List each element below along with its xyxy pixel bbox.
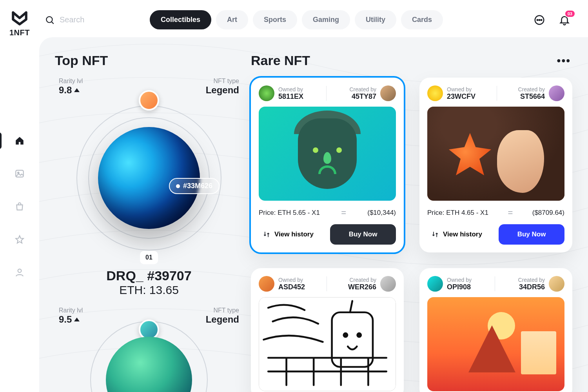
nft-index: 01 (140, 251, 158, 264)
nft-tag: #33M626 (169, 178, 220, 194)
tab-sports[interactable]: Sports (253, 10, 297, 29)
svg-point-2 (18, 269, 22, 272)
creator-id: 34DR56 (519, 283, 545, 291)
created-by-label: Created by (518, 277, 545, 283)
logo[interactable]: 1NFT (9, 10, 30, 37)
search-box[interactable] (45, 15, 143, 25)
created-by-label: Created by (350, 277, 376, 283)
type-value: Legend (206, 85, 239, 96)
notification-badge: 03 (564, 10, 575, 18)
creator-avatar[interactable] (380, 85, 396, 101)
view-history-button[interactable]: View history (259, 224, 325, 245)
search-input[interactable] (60, 15, 122, 24)
buy-now-button[interactable]: Buy Now (499, 224, 564, 245)
creator-id: ST5664 (520, 93, 545, 101)
user-icon (15, 267, 25, 278)
swap-icon (431, 230, 439, 238)
rare-nft-heading: Rare NFT (251, 53, 572, 68)
caret-up-icon (74, 318, 80, 321)
created-by-label: Created by (518, 86, 545, 93)
owner-id: OPI908 (447, 283, 472, 291)
messages-button[interactable] (532, 12, 547, 28)
logo-icon (11, 10, 28, 27)
home-icon (15, 136, 25, 146)
rare-nft-section: Rare NFT Owned by 5811EX (251, 53, 572, 392)
nft-artwork (427, 107, 564, 201)
swap-icon (263, 230, 270, 238)
owner-id: ASD452 (278, 283, 305, 291)
top-actions: 03 (532, 12, 572, 28)
svg-point-9 (344, 333, 347, 337)
type-label: NFT type (206, 307, 239, 314)
creator-id: WER266 (348, 283, 376, 291)
creator-avatar[interactable] (549, 85, 564, 101)
svg-point-5 (537, 19, 538, 20)
rarity-label: Rarity lvl (59, 307, 83, 314)
rare-card-4[interactable]: Owned by OPI908 Created by 34DR56 (419, 268, 572, 392)
owned-by-label: Owned by (447, 277, 472, 283)
tab-cards[interactable]: Cards (401, 10, 443, 29)
nav-gallery[interactable] (13, 167, 26, 180)
top-nft-card-2[interactable]: Rarity lvl 9.5 NFT type Legend (55, 307, 243, 392)
svg-point-7 (541, 19, 542, 20)
nft-price: ETH: 13.65 (55, 283, 243, 297)
nav-star[interactable] (13, 233, 26, 246)
nav-bag[interactable] (13, 200, 26, 213)
notifications-button[interactable]: 03 (557, 12, 572, 28)
svg-point-3 (46, 16, 52, 22)
owner-avatar[interactable] (259, 85, 274, 101)
price-eth: ETH 4.65 - X1 (446, 209, 488, 216)
star-icon (15, 234, 25, 245)
nav-profile[interactable] (13, 266, 26, 279)
top-nft-section: Top NFT Rarity lvl 9.8 NFT type Legend (55, 53, 243, 392)
creator-id: 45TY87 (352, 93, 376, 101)
tab-art[interactable]: Art (216, 10, 248, 29)
owner-avatar[interactable] (259, 276, 274, 292)
top-nft-heading: Top NFT (55, 53, 243, 68)
type-value: Legend (206, 314, 239, 325)
view-history-button[interactable]: View history (427, 224, 493, 245)
owned-by-label: Owned by (278, 277, 305, 283)
owner-avatar[interactable] (427, 276, 443, 292)
price-eth: ETH 5.65 - X1 (278, 209, 320, 216)
created-by-label: Created by (350, 86, 376, 93)
svg-point-10 (358, 333, 361, 337)
owned-by-label: Owned by (278, 86, 303, 93)
sidebar: 1NFT (0, 0, 39, 392)
tab-gaming[interactable]: Gaming (302, 10, 350, 29)
creator-avatar[interactable] (139, 90, 159, 111)
main: Collectibles Art Sports Gaming Utility C… (39, 0, 588, 392)
creator-avatar[interactable] (549, 276, 564, 292)
owner-avatar[interactable] (427, 85, 443, 101)
price-usd: ($10,344) (367, 209, 396, 217)
nft-artwork (427, 297, 564, 391)
price-usd: ($8709.64) (532, 209, 564, 217)
chat-icon (534, 14, 545, 26)
svg-point-6 (539, 19, 540, 20)
equals-icon: = (341, 208, 346, 218)
creator-avatar[interactable] (380, 276, 396, 292)
tab-collectibles[interactable]: Collectibles (150, 10, 211, 29)
price-label: Price: (427, 209, 444, 216)
tab-utility[interactable]: Utility (355, 10, 396, 29)
nft-artwork (259, 297, 396, 391)
rarity-value: 9.8 (59, 85, 72, 96)
sidebar-nav (13, 134, 26, 279)
nft-artwork (259, 107, 396, 201)
rare-card-1[interactable]: Owned by 5811EX Created by 45TY87 (251, 78, 404, 252)
nav-home[interactable] (13, 134, 26, 147)
nft-orbit-display: #33M626 01 (71, 100, 227, 256)
category-tabs: Collectibles Art Sports Gaming Utility C… (150, 10, 443, 29)
rarity-label: Rarity lvl (59, 78, 83, 85)
top-nft-card-1[interactable]: Rarity lvl 9.8 NFT type Legend #33M626 (55, 78, 243, 297)
rarity-value: 9.5 (59, 314, 72, 325)
content: ••• Top NFT Rarity lvl 9.8 NFT type Lege… (39, 37, 588, 392)
more-menu[interactable]: ••• (557, 54, 571, 67)
rare-card-2[interactable]: Owned by 23WCFV Created by ST5664 (419, 78, 572, 252)
buy-now-button[interactable]: Buy Now (330, 224, 396, 245)
owned-by-label: Owned by (447, 86, 475, 93)
image-icon (15, 169, 25, 179)
price-label: Price: (259, 209, 276, 216)
rare-card-3[interactable]: Owned by ASD452 Created by WER266 (251, 268, 404, 392)
search-icon (45, 15, 55, 25)
